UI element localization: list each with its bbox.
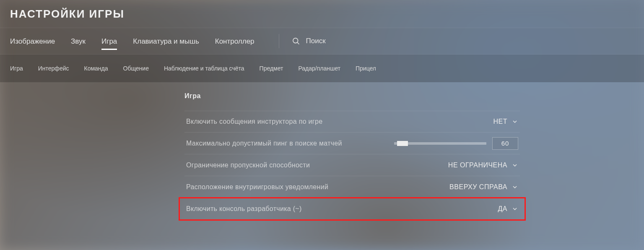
tab-primary-0[interactable]: Изображение <box>10 29 55 53</box>
svg-point-0 <box>293 38 298 43</box>
slider-thumb[interactable] <box>397 141 408 146</box>
setting-value: ДА <box>498 205 507 213</box>
setting-row-4: Включить консоль разработчика (~)ДА <box>184 198 520 220</box>
setting-label: Включить консоль разработчика (~) <box>186 204 302 214</box>
setting-slider[interactable]: 60 <box>394 137 518 150</box>
tab-secondary-7[interactable]: Прицел <box>356 65 376 72</box>
setting-row-2: Ограничение пропускной способностиНЕ ОГР… <box>184 154 520 176</box>
tabs-primary: ИзображениеЗвукИграКлавиатура и мышьКонт… <box>0 28 644 55</box>
setting-row-1: Максимально допустимый пинг в поиске мат… <box>184 133 520 154</box>
tabs-secondary: ИграИнтерфейсКомандаОбщениеНаблюдение и … <box>0 55 644 82</box>
chevron-down-icon <box>512 184 518 190</box>
setting-value: НЕ ОГРАНИЧЕНА <box>448 161 507 169</box>
setting-value: НЕТ <box>493 118 508 125</box>
tab-secondary-1[interactable]: Интерфейс <box>38 65 69 72</box>
setting-row-3: Расположение внутриигровых уведомленийВВ… <box>184 176 520 198</box>
tab-primary-1[interactable]: Звук <box>71 29 86 53</box>
title-bar: НАСТРОЙКИ ИГРЫ <box>0 0 644 28</box>
search-input[interactable]: Поиск <box>279 34 326 48</box>
setting-value: ВВЕРХУ СПРАВА <box>449 183 507 191</box>
section-title: Игра <box>184 92 520 100</box>
tab-secondary-6[interactable]: Радар/планшет <box>298 65 340 72</box>
setting-label: Ограничение пропускной способности <box>186 161 310 170</box>
tab-primary-3[interactable]: Клавиатура и мышь <box>133 29 199 53</box>
setting-dropdown[interactable]: НЕТ <box>493 118 519 125</box>
settings-section: Игра Включить сообщения инструктора по и… <box>184 92 520 220</box>
setting-dropdown[interactable]: ВВЕРХУ СПРАВА <box>449 183 518 191</box>
slider-track[interactable] <box>394 142 486 145</box>
search-label: Поиск <box>306 37 326 45</box>
setting-label: Максимально допустимый пинг в поиске мат… <box>186 139 342 148</box>
chevron-down-icon <box>512 206 518 212</box>
tab-secondary-5[interactable]: Предмет <box>260 65 283 72</box>
setting-label: Расположение внутриигровых уведомлений <box>186 182 328 192</box>
search-icon <box>292 37 300 45</box>
tab-primary-4[interactable]: Контроллер <box>215 29 254 53</box>
chevron-down-icon <box>512 118 518 125</box>
tab-secondary-2[interactable]: Команда <box>84 65 108 72</box>
setting-label: Включить сообщения инструктора по игре <box>186 117 322 126</box>
tab-secondary-3[interactable]: Общение <box>123 65 149 72</box>
tab-primary-2[interactable]: Игра <box>101 29 117 53</box>
tab-secondary-4[interactable]: Наблюдение и таблица счёта <box>164 65 244 72</box>
svg-line-1 <box>297 42 299 44</box>
tab-secondary-0[interactable]: Игра <box>10 65 23 72</box>
slider-value[interactable]: 60 <box>492 137 518 150</box>
page-title: НАСТРОЙКИ ИГРЫ <box>10 8 125 21</box>
setting-dropdown[interactable]: ДА <box>498 205 518 213</box>
setting-row-0: Включить сообщения инструктора по игреНЕ… <box>184 111 520 133</box>
chevron-down-icon <box>512 162 518 169</box>
setting-dropdown[interactable]: НЕ ОГРАНИЧЕНА <box>448 161 518 169</box>
